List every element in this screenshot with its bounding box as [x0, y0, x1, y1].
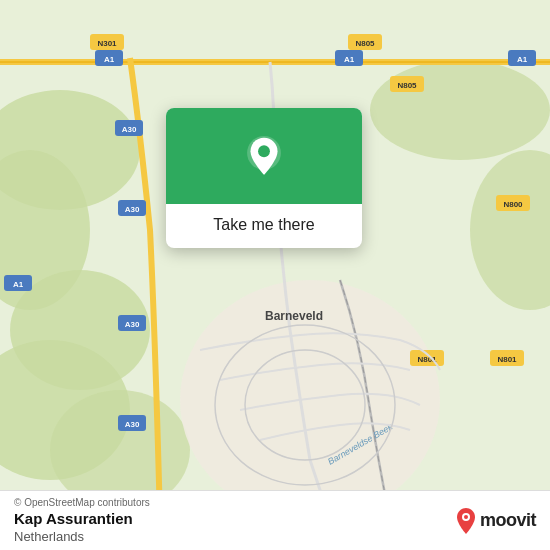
footer-bar: © OpenStreetMap contributors Kap Assuran…: [0, 490, 550, 550]
svg-text:A30: A30: [125, 420, 140, 429]
svg-text:A1: A1: [344, 55, 355, 64]
map-container: A1 A1 A1 N301 N805 N805 A30 A30 A30 A30 …: [0, 0, 550, 550]
svg-text:A30: A30: [122, 125, 137, 134]
svg-text:A1: A1: [13, 280, 24, 289]
take-me-there-button[interactable]: Take me there: [166, 204, 362, 248]
svg-text:N301: N301: [97, 39, 117, 48]
svg-point-42: [258, 145, 270, 157]
copyright-text: © OpenStreetMap contributors: [14, 497, 150, 508]
svg-text:A1: A1: [104, 55, 115, 64]
svg-text:N801: N801: [497, 355, 517, 364]
svg-text:A1: A1: [517, 55, 528, 64]
location-subtitle: Netherlands: [14, 529, 150, 544]
location-title: Kap Assurantien: [14, 510, 150, 527]
svg-point-6: [370, 60, 550, 160]
svg-text:A30: A30: [125, 205, 140, 214]
svg-text:N805: N805: [355, 39, 375, 48]
svg-text:N800: N800: [503, 200, 523, 209]
svg-text:A30: A30: [125, 320, 140, 329]
moovit-logo: moovit: [455, 507, 536, 535]
popup-card-header: [166, 108, 362, 204]
moovit-pin-icon: [455, 507, 477, 535]
svg-point-44: [464, 515, 468, 519]
svg-text:Barneveld: Barneveld: [265, 309, 323, 323]
location-pin-icon: [242, 136, 286, 180]
popup-card: Take me there: [166, 108, 362, 248]
footer-left: © OpenStreetMap contributors Kap Assuran…: [14, 497, 150, 544]
svg-text:N805: N805: [397, 81, 417, 90]
moovit-brand-text: moovit: [480, 510, 536, 531]
map-background: A1 A1 A1 N301 N805 N805 A30 A30 A30 A30 …: [0, 0, 550, 550]
